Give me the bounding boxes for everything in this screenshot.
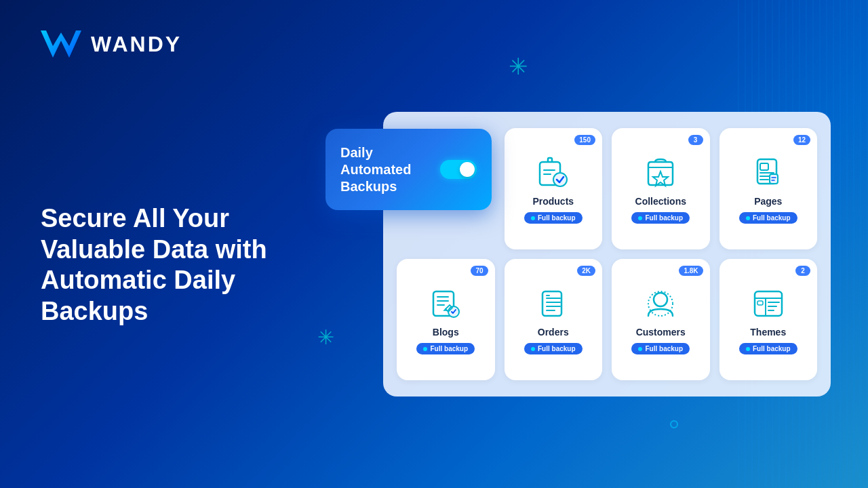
orders-badge: 2K — [577, 266, 595, 276]
svg-marker-0 — [41, 30, 81, 58]
orders-name: Orders — [538, 327, 569, 338]
collections-icon — [643, 155, 678, 190]
themes-card[interactable]: 2 Themes Full backup — [719, 259, 818, 380]
blogs-backup-badge: Full backup — [416, 343, 475, 354]
customers-card[interactable]: 1.8K Customers Full backup — [612, 259, 710, 380]
orders-icon — [536, 286, 571, 321]
blogs-icon — [428, 286, 463, 321]
products-name: Products — [532, 196, 574, 207]
logo-text: WANDY — [91, 32, 182, 57]
dot-accent — [670, 420, 678, 428]
customers-backup-badge: Full backup — [631, 343, 690, 354]
hero-title: Secure All Your Valuable Data with Autom… — [41, 203, 298, 327]
themes-backup-badge: Full backup — [739, 343, 797, 354]
pages-backup-badge: Full backup — [739, 212, 797, 224]
svg-rect-13 — [757, 301, 763, 305]
wandy-logo-icon — [41, 27, 81, 61]
themes-badge: 2 — [795, 266, 810, 276]
svg-point-10 — [654, 293, 667, 306]
pages-card[interactable]: 12 Pages Full backup — [719, 128, 818, 249]
themes-icon — [751, 286, 786, 321]
collections-card[interactable]: 3 Collections Full backup — [612, 128, 710, 249]
customers-icon — [643, 286, 678, 321]
pages-icon — [751, 155, 786, 190]
snowflake-decoration-1: ✳ — [509, 53, 528, 80]
logo-area: WANDY — [41, 27, 182, 61]
collections-name: Collections — [635, 196, 686, 207]
svg-point-2 — [553, 173, 567, 186]
hero-text-block: Secure All Your Valuable Data with Autom… — [41, 203, 298, 327]
pages-name: Pages — [754, 196, 782, 207]
orders-backup-badge: Full backup — [524, 343, 583, 354]
svg-rect-9 — [542, 291, 561, 316]
svg-point-11 — [648, 291, 673, 316]
customers-name: Customers — [636, 327, 686, 338]
toggle-card-label: Daily Automated Backups — [340, 144, 440, 195]
collections-backup-badge: Full backup — [631, 212, 690, 224]
pages-badge: 12 — [793, 135, 810, 145]
snowflake-decoration-2: ✳ — [317, 325, 334, 349]
products-icon — [536, 155, 571, 190]
customers-badge: 1.8K — [679, 266, 703, 276]
blogs-badge: 70 — [471, 266, 488, 276]
products-card[interactable]: 150 Products Full backup — [505, 128, 603, 249]
blogs-name: Blogs — [433, 327, 459, 338]
orders-card[interactable]: 2K Orders Full backup — [505, 259, 603, 380]
blogs-card[interactable]: 70 Blogs Full backup — [397, 259, 495, 380]
backup-toggle-switch[interactable] — [440, 160, 477, 179]
svg-rect-5 — [760, 163, 768, 170]
svg-marker-3 — [653, 171, 668, 186]
daily-backup-toggle-card: Daily Automated Backups — [326, 129, 492, 210]
themes-name: Themes — [750, 327, 786, 338]
collections-badge: 3 — [688, 135, 703, 145]
products-badge: 150 — [574, 135, 595, 145]
svg-rect-6 — [770, 174, 778, 184]
svg-rect-12 — [755, 291, 782, 316]
products-backup-badge: Full backup — [524, 212, 583, 224]
